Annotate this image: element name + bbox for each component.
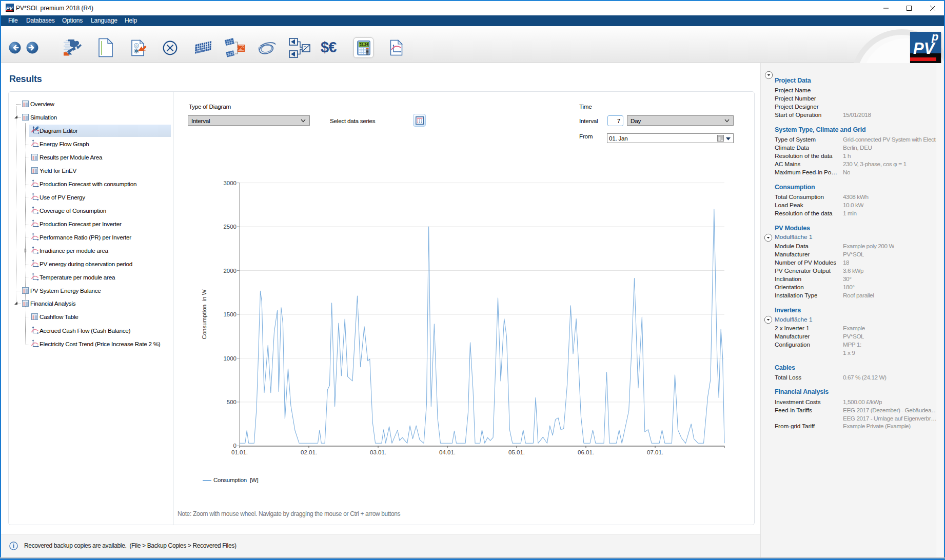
svg-text:2500: 2500	[223, 224, 237, 230]
svg-text:04.01.: 04.01.	[439, 449, 456, 455]
svg-text:06.01.: 06.01.	[578, 449, 594, 455]
svg-text:03.01.: 03.01.	[370, 449, 386, 455]
svg-text:05.01.: 05.01.	[508, 449, 525, 455]
svg-text:1000: 1000	[223, 355, 237, 362]
svg-text:01.01.: 01.01.	[231, 449, 248, 455]
svg-text:0: 0	[233, 443, 237, 449]
svg-text:07.01.: 07.01.	[647, 449, 663, 455]
svg-text:52.24: 52.24	[359, 43, 368, 46]
svg-text:PV: PV	[6, 5, 13, 11]
svg-text:3000: 3000	[223, 180, 237, 186]
svg-text:Consumption in W: Consumption in W	[201, 289, 207, 339]
svg-text:500: 500	[227, 399, 237, 405]
svg-text:02.01.: 02.01.	[301, 449, 317, 455]
svg-text:2000: 2000	[223, 268, 237, 274]
svg-text:1500: 1500	[223, 311, 237, 317]
